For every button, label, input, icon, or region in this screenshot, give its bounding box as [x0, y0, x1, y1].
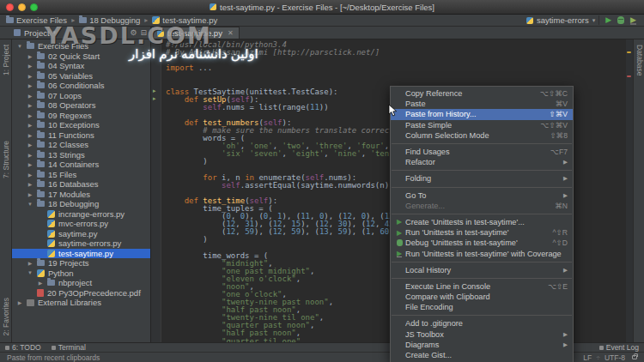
breadcrumb-item-18-debugging[interactable]: 18 Debugging	[77, 15, 142, 25]
menu-item-paste-simple[interactable]: Paste Simple⌥⇧⌘V	[391, 120, 573, 130]
tree-item-test-saytime-py[interactable]: test-saytime.py	[12, 249, 150, 259]
tree-toggle-icon[interactable]: ▶	[37, 280, 44, 286]
tree-item-18-debugging[interactable]: ▼18 Debugging	[12, 199, 150, 209]
run-with-coverage-icon[interactable]: ▶	[630, 16, 636, 25]
menu-item-js-toolbox[interactable]: JS Toolbox▶	[391, 329, 573, 340]
tree-toggle-icon[interactable]: ▶	[27, 181, 33, 187]
minimize-window-button[interactable]	[18, 3, 26, 11]
readonly-lock-icon[interactable]	[632, 355, 637, 359]
menu-item-paste[interactable]: Paste⌘V	[391, 99, 573, 109]
menu-item-column-selection-mode[interactable]: Column Selection Mode⇧⌘8	[391, 130, 573, 141]
tree-toggle-icon[interactable]: ▶	[27, 161, 33, 167]
menu-item-file-encoding[interactable]: File Encoding	[391, 302, 573, 312]
menu-item-run-unittests-in-test-saytime-with-coverage[interactable]: Run 'Unittests in test-saytime' with Cov…	[391, 248, 573, 258]
tree-toggle-icon[interactable]: ▼	[27, 202, 33, 207]
tree-toggle-icon[interactable]: ▶	[27, 93, 33, 99]
toolwindow-button-database[interactable]: Database	[635, 45, 644, 75]
warning-stripe-mark[interactable]	[627, 51, 631, 53]
tree-toggle-icon[interactable]: ▶	[16, 299, 23, 305]
menu-item-go-to[interactable]: Go To▶	[391, 190, 573, 201]
tool-button-terminal[interactable]: Terminal	[52, 343, 86, 352]
menu-item-execute-line-in-console[interactable]: Execute Line in Console⌥⇧E	[391, 281, 573, 292]
tree-toggle-icon[interactable]: ▶	[27, 53, 33, 59]
menu-item-copy-reference[interactable]: Copy Reference⌥⇧⌘C	[391, 88, 573, 99]
tree-item-20-py3opprecedence-pdf[interactable]: 20 Py3OpPrecedence.pdf	[12, 288, 150, 299]
breadcrumb-item-exercise-files[interactable]: Exercise Files	[4, 15, 69, 25]
tree-toggle-icon[interactable]: ▼	[16, 44, 23, 49]
run-gutter-icon[interactable]: ▸	[153, 87, 156, 94]
breadcrumb-item-test-saytime-py[interactable]: test-saytime.py	[150, 15, 219, 25]
close-tab-icon[interactable]: ✕	[228, 29, 234, 37]
editor-tab-test-saytime[interactable]: test-saytime.py ✕	[151, 27, 240, 39]
tree-item-10-exceptions[interactable]: ▶10 Exceptions	[12, 120, 150, 130]
tree-item-11-functions[interactable]: ▶11 Functions	[12, 130, 150, 141]
tree-item-mvc-errors-py[interactable]: mvc-errors.py	[12, 219, 150, 229]
tree-toggle-icon[interactable]: ▶	[27, 152, 33, 158]
run-button[interactable]: ▶	[605, 16, 611, 24]
run-gutter-icon[interactable]: ▸	[153, 95, 156, 101]
toolwindow-button-2-favorites[interactable]: 2: Favorites	[2, 298, 10, 335]
tree-toggle-icon[interactable]: ▶	[27, 102, 33, 108]
tree-item-16-databases[interactable]: ▶16 Databases	[12, 179, 150, 190]
tree-toggle-icon[interactable]: ▶	[27, 63, 33, 69]
zoom-window-button[interactable]	[30, 3, 38, 11]
debug-bug-icon[interactable]	[617, 16, 624, 24]
menu-item-refactor[interactable]: Refactor▶	[391, 157, 573, 167]
tree-item-exercise-files[interactable]: ▼Exercise Files	[12, 41, 150, 51]
line-separator-indicator[interactable]: LF	[583, 353, 592, 362]
tree-item-15-files[interactable]: ▶15 Files	[12, 170, 150, 180]
error-stripe-mark[interactable]	[627, 75, 631, 77]
tree-item-07-loops[interactable]: ▶07 Loops	[12, 91, 150, 101]
error-stripe[interactable]	[626, 39, 633, 342]
tree-toggle-icon[interactable]: ▶	[27, 260, 33, 266]
tool-button-6-todo[interactable]: 6: TODO	[5, 343, 41, 352]
tree-item-04-syntax[interactable]: ▶04 Syntax	[12, 61, 150, 71]
tree-item-13-strings[interactable]: ▶13 Strings	[12, 150, 150, 160]
menu-item-add-to-gitignore[interactable]: Add to .gitignore	[391, 318, 573, 329]
tree-toggle-icon[interactable]: ▶	[27, 142, 33, 148]
menu-item-paste-from-history[interactable]: Paste from History...⇧⌘V	[391, 109, 573, 119]
tree-item-06-conditionals[interactable]: ▶06 Conditionals	[12, 81, 150, 91]
tree-item-05-variables[interactable]: ▶05 Variables	[12, 71, 150, 81]
tree-toggle-icon[interactable]: ▶	[27, 172, 33, 178]
menu-item-create-unittests-in-test-saytime[interactable]: Create 'Unittests in test-saytime'...	[391, 217, 573, 227]
close-window-button[interactable]	[6, 3, 14, 11]
menu-item-local-history[interactable]: Local History▶	[391, 265, 573, 275]
menu-item-diagrams[interactable]: Diagrams▶	[391, 340, 573, 350]
tree-item-external-libraries[interactable]: ▶External Libraries	[12, 298, 150, 308]
tree-item-19-projects[interactable]: ▶19 Projects	[12, 258, 150, 268]
tree-item-python[interactable]: ▼Python	[12, 268, 150, 279]
tree-item-08-operators[interactable]: ▶08 Operators	[12, 100, 150, 111]
tree-item-17-modules[interactable]: ▶17 Modules	[12, 190, 150, 200]
tool-button-event-log[interactable]: Event Log	[599, 343, 639, 352]
toolwindow-button-1-project[interactable]: 1: Project	[2, 45, 10, 75]
menu-item-folding[interactable]: Folding▶	[391, 173, 573, 184]
tree-item-02-quick-start[interactable]: ▶02 Quick Start	[12, 51, 150, 62]
tree-item-nbproject[interactable]: ▶nbproject	[12, 278, 150, 288]
menu-item-run-unittests-in-test-saytime[interactable]: Run 'Unittests in test-saytime'^⇧R	[391, 227, 573, 238]
run-config-selector[interactable]: saytime-errors ▾	[523, 15, 599, 25]
collapse-all-icon[interactable]: ⊟	[140, 28, 147, 37]
menu-item-find-usages[interactable]: Find Usages⌥F7	[391, 147, 573, 157]
tree-toggle-icon[interactable]: ▶	[27, 82, 33, 88]
tree-toggle-icon[interactable]: ▶	[27, 112, 33, 118]
tree-item-12-classes[interactable]: ▶12 Classes	[12, 140, 150, 150]
tree-toggle-icon[interactable]: ▶	[27, 191, 33, 197]
project-view-selector[interactable]: Project	[24, 28, 50, 38]
tree-toggle-icon[interactable]: ▼	[27, 270, 33, 275]
tree-item-saytime-py[interactable]: saytime.py	[12, 229, 150, 239]
menu-item-debug-unittests-in-test-saytime[interactable]: Debug 'Unittests in test-saytime'^⇧D	[391, 238, 573, 248]
tree-item-14-containers[interactable]: ▶14 Containers	[12, 160, 150, 170]
tree-toggle-icon[interactable]: ▶	[27, 73, 33, 79]
toolwindow-button-7-structure[interactable]: 7: Structure	[2, 141, 10, 178]
tree-toggle-icon[interactable]: ▶	[27, 132, 33, 138]
menu-item-create-gist[interactable]: Create Gist...	[391, 350, 573, 360]
tree-item-saytime-errors-py[interactable]: saytime-errors.py	[12, 238, 150, 249]
menu-item-compare-with-clipboard[interactable]: Compare with Clipboard	[391, 292, 573, 302]
settings-gear-icon[interactable]: ⚙	[130, 28, 137, 37]
tree-item-09-regexes[interactable]: ▶09 Regexes	[12, 111, 150, 121]
tree-toggle-icon[interactable]: ▶	[27, 122, 33, 128]
tree-item-incrange-errors-py[interactable]: incrange-errors.py	[12, 209, 150, 220]
encoding-indicator[interactable]: UTF-8	[592, 353, 625, 362]
menu-item-generate[interactable]: Generate...⌘N	[391, 201, 573, 211]
